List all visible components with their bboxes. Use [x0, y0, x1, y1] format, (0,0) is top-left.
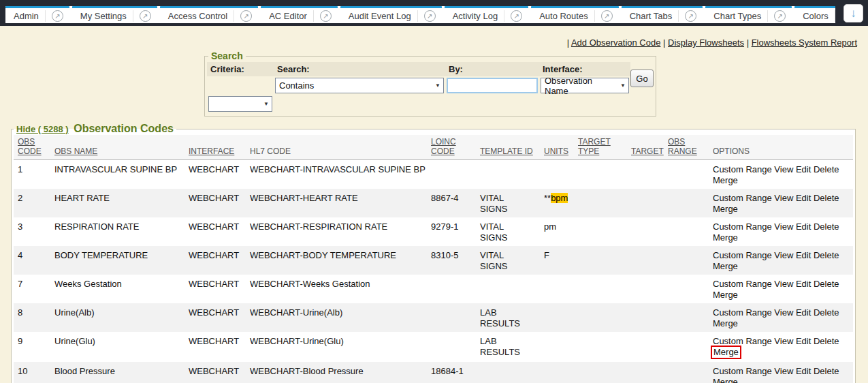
column-header-obs-name[interactable]: OBS NAME — [54, 135, 189, 160]
option-link-merge[interactable]: Merge — [713, 347, 739, 357]
sort-link[interactable]: UNITS — [544, 147, 568, 156]
open-new-window-icon[interactable]: ↗ — [234, 10, 252, 22]
go-button[interactable]: Go — [630, 70, 654, 87]
action-link-add-observation-code[interactable]: Add Observation Code — [571, 37, 661, 48]
cell-template-id: VITAL SIGNS — [480, 217, 544, 246]
option-link-view[interactable]: View — [774, 366, 793, 376]
option-link-merge[interactable]: Merge — [713, 377, 738, 383]
option-link-view[interactable]: View — [774, 279, 793, 289]
option-link-view[interactable]: View — [774, 307, 793, 318]
open-new-window-icon[interactable]: ↗ — [504, 10, 522, 22]
column-header-obs-range[interactable]: OBS RANGE — [668, 135, 713, 160]
sort-link[interactable]: OBS RANGE — [668, 137, 697, 156]
option-link-merge[interactable]: Merge — [713, 232, 738, 243]
open-new-window-icon[interactable]: ↗ — [678, 10, 696, 22]
sort-link[interactable]: TARGET — [631, 147, 664, 156]
open-new-window-icon[interactable]: ↗ — [835, 10, 835, 22]
cell-hl7-code: WEBCHART-RESPIRATION RATE — [250, 217, 431, 246]
option-link-edit[interactable]: Edit — [796, 279, 811, 289]
hide-count-link[interactable]: Hide ( 5288 ) — [16, 124, 69, 134]
tab-chart-tabs[interactable]: Chart Tabs↗ — [622, 6, 703, 23]
sort-link[interactable]: TARGET TYPE — [578, 137, 611, 156]
observation-codes-legend: Hide ( 5288 ) Observation Codes — [14, 123, 176, 135]
option-link-view[interactable]: View — [774, 336, 793, 346]
option-link-view[interactable]: View — [774, 221, 793, 232]
tab-activity-log[interactable]: Activity Log↗ — [445, 6, 528, 23]
option-link-custom-range[interactable]: Custom Range — [713, 336, 772, 346]
cell-obs-range — [668, 217, 713, 246]
cell-target — [631, 189, 668, 217]
option-link-merge[interactable]: Merge — [713, 175, 738, 185]
option-link-delete[interactable]: Delete — [814, 250, 839, 260]
option-link-custom-range[interactable]: Custom Range — [713, 164, 772, 174]
column-header-units[interactable]: UNITS — [544, 135, 578, 160]
option-link-view[interactable]: View — [774, 164, 793, 174]
tab-my-settings[interactable]: My Settings↗ — [72, 6, 157, 23]
tab-audit-event-log[interactable]: Audit Event Log↗ — [340, 6, 442, 23]
option-link-edit[interactable]: Edit — [796, 193, 811, 203]
sort-link[interactable]: INTERFACE — [189, 147, 234, 156]
tab-ac-editor[interactable]: AC Editor↗ — [261, 6, 338, 23]
option-link-edit[interactable]: Edit — [796, 164, 811, 174]
option-link-custom-range[interactable]: Custom Range — [713, 193, 772, 203]
option-link-custom-range[interactable]: Custom Range — [713, 279, 772, 289]
tab-admin[interactable]: Admin↗ — [5, 6, 69, 23]
option-link-delete[interactable]: Delete — [814, 221, 839, 232]
open-new-window-icon[interactable]: ↗ — [594, 10, 613, 22]
open-new-window-icon[interactable]: ↗ — [45, 10, 63, 22]
sort-link[interactable]: OBS CODE — [18, 137, 42, 156]
option-link-custom-range[interactable]: Custom Range — [713, 366, 772, 376]
cell-target — [631, 362, 668, 383]
column-header-obs-code[interactable]: OBS CODE — [14, 135, 54, 160]
action-link-flowsheets-system-report[interactable]: Flowsheets System Report — [752, 37, 857, 48]
option-link-edit[interactable]: Edit — [796, 221, 811, 232]
option-link-edit[interactable]: Edit — [796, 366, 811, 376]
option-link-edit[interactable]: Edit — [796, 250, 811, 260]
open-new-window-icon[interactable]: ↗ — [417, 10, 436, 22]
option-link-delete[interactable]: Delete — [814, 307, 839, 318]
tab-access-control[interactable]: Access Control↗ — [160, 6, 258, 23]
column-header-target[interactable]: TARGET — [631, 135, 668, 160]
open-new-window-icon[interactable]: ↗ — [313, 10, 332, 22]
option-link-view[interactable]: View — [774, 193, 793, 203]
column-header-loinc-code[interactable]: LOINC CODE — [431, 135, 480, 160]
option-link-delete[interactable]: Delete — [814, 279, 839, 289]
option-link-delete[interactable]: Delete — [814, 336, 839, 346]
interface-select[interactable]: ▼ — [208, 96, 272, 112]
option-link-merge[interactable]: Merge — [713, 318, 738, 328]
table-row: 3RESPIRATION RATEWEBCHARTWEBCHART-RESPIR… — [14, 217, 853, 246]
option-link-merge[interactable]: Merge — [713, 290, 738, 300]
option-link-delete[interactable]: Delete — [814, 193, 839, 203]
option-link-view[interactable]: View — [774, 250, 793, 260]
sort-link[interactable]: LOINC CODE — [431, 137, 456, 156]
sort-link[interactable]: TEMPLATE ID — [480, 147, 533, 156]
option-link-custom-range[interactable]: Custom Range — [713, 221, 772, 232]
tab-label: Chart Tabs — [630, 11, 673, 21]
column-header-template-id[interactable]: TEMPLATE ID — [480, 135, 544, 160]
open-new-window-icon[interactable]: ↗ — [767, 10, 786, 22]
option-link-edit[interactable]: Edit — [796, 336, 811, 346]
option-link-delete[interactable]: Delete — [814, 366, 839, 376]
option-link-merge[interactable]: Merge — [713, 204, 738, 214]
sort-link[interactable]: OBS NAME — [54, 147, 97, 156]
open-new-window-icon[interactable]: ↗ — [133, 10, 151, 22]
option-link-custom-range[interactable]: Custom Range — [713, 250, 772, 260]
more-tabs-button[interactable]: ↓ — [843, 4, 863, 22]
search-input[interactable] — [447, 78, 538, 93]
column-header-interface[interactable]: INTERFACE — [189, 135, 250, 160]
table-row: 1INTRAVASCULAR SUPINE BPWEBCHARTWEBCHART… — [14, 160, 853, 189]
option-link-custom-range[interactable]: Custom Range — [713, 307, 772, 318]
option-link-delete[interactable]: Delete — [814, 164, 839, 174]
column-header-target-type[interactable]: TARGET TYPE — [578, 135, 631, 160]
cell-target-type — [578, 362, 631, 383]
criteria-select[interactable]: Contains ▼ — [275, 78, 444, 93]
option-link-merge[interactable]: Merge — [713, 261, 738, 271]
cell-obs-code: 4 — [14, 246, 54, 275]
action-link-display-flowsheets[interactable]: Display Flowsheets — [668, 37, 744, 48]
tab-auto-routes[interactable]: Auto Routes↗ — [531, 6, 619, 23]
cell-loinc-code: 8867-4 — [431, 189, 480, 217]
by-select[interactable]: Observation Name ▼ — [541, 78, 629, 93]
option-link-edit[interactable]: Edit — [796, 307, 811, 318]
tab-colors[interactable]: Colors↗ — [794, 6, 835, 23]
tab-chart-types[interactable]: Chart Types↗ — [705, 6, 792, 23]
